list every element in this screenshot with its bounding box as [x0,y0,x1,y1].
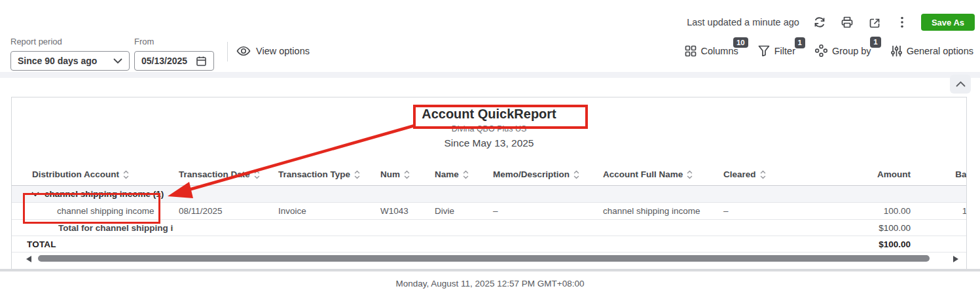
group-header-cell: channel shipping income (1) [27,189,164,199]
group-by-button[interactable]: Group by 1 [815,44,871,57]
group-label: channel shipping income (1) [45,189,164,199]
sort-icon [687,170,693,179]
table-header-row: Distribution Account Transaction Date Tr… [12,164,967,186]
company-name: Divina QBO Plus US [12,124,966,133]
sort-icon [463,170,469,179]
collapse-header-button[interactable] [950,75,971,94]
columns-badge: 10 [733,37,748,48]
report-period-field: Report period Since 90 days ago [10,37,130,71]
group-by-label: Group by [832,46,871,56]
eye-icon [236,46,251,56]
columns-button[interactable]: Columns 10 [685,45,738,57]
report-period-label: Report period [10,37,130,46]
general-options-button[interactable]: General options [891,45,973,57]
cell-balance: 100.00 [916,206,967,216]
cell-transaction-type: Invoice [273,206,375,216]
filter-badge: 1 [795,37,805,48]
scroll-right-arrow[interactable] [953,256,958,262]
page-background-band [0,72,980,78]
sliders-icon [891,45,902,57]
group-header-row[interactable]: channel shipping income (1) [12,186,967,203]
subtotal-amount: $100.00 [794,223,916,233]
chevron-down-icon [113,58,122,64]
column-header-amount[interactable]: Amount [794,169,916,179]
sort-icon [404,170,410,179]
report-card: Account QuickReport Divina QBO Plus US S… [11,97,967,270]
more-options-button[interactable] [894,14,911,31]
transaction-row[interactable]: channel shipping income 08/11/2025 Invoi… [12,203,967,220]
scroll-left-arrow[interactable] [26,256,31,262]
total-label: TOTAL [27,239,173,249]
report-header: Account QuickReport Divina QBO Plus US S… [12,97,966,149]
filter-label: Filter [774,46,795,56]
cell-amount: 100.00 [794,206,916,216]
sort-icon [254,170,260,179]
collapse-group-icon[interactable] [31,192,39,197]
from-date-input[interactable]: 05/13/2025 [134,51,214,71]
status-toolbar: Last updated a minute ago [687,12,975,33]
funnel-icon [758,45,770,56]
refresh-button[interactable] [811,14,828,31]
column-header-memo-description[interactable]: Memo/Description [488,169,598,179]
column-header-transaction-date[interactable]: Transaction Date [173,169,273,179]
cell-distribution-account: channel shipping income [27,206,173,216]
card-bottom-divider [0,269,980,271]
save-as-button[interactable]: Save As [921,14,975,31]
group-by-badge: 1 [870,37,880,48]
cell-memo-description: – [488,206,598,216]
report-tools: Columns 10 Filter 1 Group by 1 [685,44,973,57]
filters-toolbar: Report period Since 90 days ago From 05/… [0,33,980,73]
sort-icon [760,170,766,179]
general-options-label: General options [907,46,973,56]
sort-icon [573,170,579,179]
cell-transaction-date: 08/11/2025 [173,206,273,216]
scrollbar-thumb[interactable] [38,255,930,262]
toolbar-divider [227,42,228,61]
columns-label: Columns [701,46,738,56]
report-period-value: Since 90 days ago [18,56,97,66]
view-options-button[interactable]: View options [236,46,310,56]
kebab-menu-icon [900,16,904,29]
cell-cleared: – [718,206,794,216]
report-title: Account QuickReport [12,106,966,122]
report-period-select[interactable]: Since 90 days ago [10,51,130,71]
sort-icon [354,170,360,179]
subtotal-label: Total for channel shipping in... [27,223,173,233]
cell-account-full-name: channel shipping income [598,206,718,216]
from-label: From [134,37,214,46]
column-header-balance[interactable]: Balance [916,169,967,179]
report-date-range: Since May 13, 2025 [12,137,966,149]
filter-button[interactable]: Filter 1 [758,45,795,56]
refresh-icon [813,16,826,29]
column-header-num[interactable]: Num [375,169,429,179]
export-button[interactable] [866,14,883,31]
cell-name: Divie [429,206,488,216]
calendar-icon [196,56,207,67]
column-header-account-full-name[interactable]: Account Full Name [598,169,718,179]
subtotal-row: Total for channel shipping in... $100.00 [12,220,967,236]
column-header-transaction-type[interactable]: Transaction Type [273,169,375,179]
cell-num: W1043 [375,206,429,216]
total-amount: $100.00 [794,239,916,249]
report-generated-timestamp: Monday, August 11, 2025 12:57 PM GMT+08:… [0,279,980,288]
from-date-value: 05/13/2025 [141,56,187,66]
export-icon [868,16,881,29]
from-date-field: From 05/13/2025 [134,37,214,71]
horizontal-scrollbar[interactable] [12,253,966,264]
print-button[interactable] [839,14,856,31]
last-updated-text: Last updated a minute ago [687,17,799,27]
group-by-icon [815,44,827,57]
view-options-label: View options [256,46,310,56]
columns-grid-icon [685,45,697,57]
printer-icon [841,16,854,29]
chevron-up-icon [956,81,966,87]
sort-icon [123,170,129,179]
total-row: TOTAL $100.00 [12,236,967,253]
column-header-cleared[interactable]: Cleared [718,169,794,179]
column-header-distribution-account[interactable]: Distribution Account [27,169,173,179]
column-header-name[interactable]: Name [429,169,488,179]
